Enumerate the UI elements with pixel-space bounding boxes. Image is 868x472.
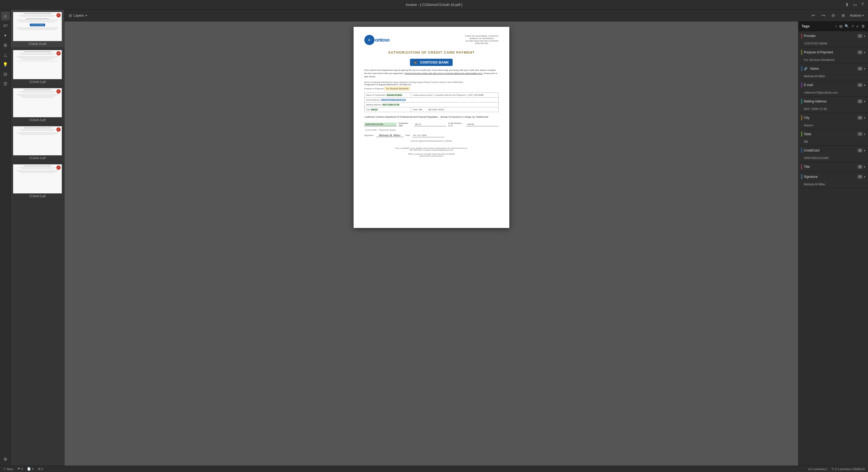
thumb-badge-1: ✓ xyxy=(56,13,61,18)
flags-count: 5 xyxy=(21,467,23,471)
cardholder-label: Name of Cardholder: xyxy=(366,94,386,96)
address-label: Mailing Address: xyxy=(366,103,382,106)
pdf-viewer[interactable]: C ontoso STATE OF CALIFORNIA: CONTOSO BU… xyxy=(64,22,798,466)
status-layers: ⊞ 5 xyxy=(38,467,43,471)
redo-button[interactable]: ↪ xyxy=(820,12,827,19)
tag-header-purpose[interactable]: Purpose of Payment 2 ▾ xyxy=(799,47,868,57)
tag-header-name[interactable]: 🔗 Name 3 ▾ xyxy=(799,64,868,73)
tag-color-provider xyxy=(801,33,802,39)
sidebar-settings-icon[interactable]: ⚙ xyxy=(1,455,10,464)
card-number-value: 345576551221008 xyxy=(364,123,397,126)
tags-search-icon[interactable]: 🔍 xyxy=(845,24,849,28)
help-icon[interactable]: ? xyxy=(861,2,864,7)
tag-chevron-title: ▾ xyxy=(864,165,865,168)
tag-header-mailing[interactable]: Mailing Address 5 ▾ xyxy=(799,97,868,106)
build-text: 2.1-preview.1-06d9c16 xyxy=(835,467,865,471)
tag-header-city[interactable]: City 6 ▾ xyxy=(799,113,868,123)
zoom-in-button[interactable]: ⊕ xyxy=(840,12,846,19)
footer-text: Form is available on our website: www.co… xyxy=(364,147,499,151)
tag-count-creditcard: 8 xyxy=(858,148,862,152)
tag-header-email[interactable]: E-mail 4 ▾ xyxy=(799,80,868,90)
bureau-line: BUREAU OF INSURANCE xyxy=(465,37,499,40)
thumb-label-5: CCAuth-5.pdf xyxy=(13,195,62,198)
layers-chevron-icon: ▾ xyxy=(86,14,87,17)
tag-color-purpose xyxy=(801,49,802,55)
main-layout: ⌂ 🏷 ✦ ⊞ △ 💡 ⊟ ☰ ⚙ CONTOSO BANK xyxy=(0,10,868,466)
tag-chevron-purpose: ▾ xyxy=(864,51,865,54)
phone-cell: Contact persons phone #, if questions wi… xyxy=(411,93,498,98)
thumbnail-panel: CONTOSO BANK ✓ CCAuth-10.pdf xyxy=(11,10,64,466)
layers-icon: ⊞ xyxy=(69,13,72,18)
state-zip-cell: State: ME Zip Code: 04103 xyxy=(411,107,498,112)
status-app-name: fblux xyxy=(7,467,13,471)
thumb-badge-5: ✓ xyxy=(56,165,61,170)
undo-button[interactable]: ↩ xyxy=(810,12,817,19)
zoom-out-button[interactable]: ⊖ xyxy=(830,12,837,19)
tag-chevron-provider: ▾ xyxy=(864,35,865,38)
tag-count-title: 9 xyxy=(858,165,862,169)
tags-add-icon[interactable]: + xyxy=(835,24,837,28)
expiration-label: Expiration date: xyxy=(399,122,412,127)
thumb-badge-4: ✓ xyxy=(56,127,61,132)
tags-panel-title: Tags xyxy=(802,24,809,28)
sidebar-light-icon[interactable]: 💡 xyxy=(1,60,10,69)
tag-header-title[interactable]: Title 9 ▾ xyxy=(799,162,868,172)
tags-filter-icon[interactable]: ▤ xyxy=(839,24,842,28)
zip-label: Zip Code: xyxy=(428,108,438,111)
tag-section-city: City 6 ▾ Auburn xyxy=(799,113,868,129)
pdf-form-table: Name of Cardholder: Melinda M Miller Con… xyxy=(364,93,499,112)
bank-logo: 🦅 CONTOSO BANK xyxy=(364,59,499,66)
signature-area: Signature: Melinda M. Miller Date 02 / 1… xyxy=(364,134,499,137)
thumbnail-item-3[interactable]: ✓ CCAuth-3.pdf xyxy=(11,86,64,124)
tags-shrink-icon[interactable]: ↙ xyxy=(856,24,859,28)
tag-header-signature[interactable]: Signature 0 ▾ xyxy=(799,172,868,181)
thumb-badge-2: ✓ xyxy=(56,51,61,56)
address-cell: Mailing Address: 5647 228th Ct SE xyxy=(364,102,498,107)
sidebar-bookmark-icon[interactable]: △ xyxy=(1,50,10,59)
thumbnail-item-4[interactable]: ✓ CCAuth-4.pdf xyxy=(11,124,64,162)
thumb-label-1: CCAuth-10.pdf xyxy=(13,42,62,45)
sidebar-list-icon[interactable]: ☰ xyxy=(1,79,10,88)
sidebar-layers-icon[interactable]: ⊞ xyxy=(1,41,10,49)
sidebar-table-icon[interactable]: ⊟ xyxy=(1,70,10,78)
city-label: City: xyxy=(366,108,371,111)
sidebar-tag-icon[interactable]: 🏷 xyxy=(1,22,10,30)
tag-count-city: 6 xyxy=(858,116,862,120)
tag-value-mailing: 5647 228th Ct SE xyxy=(799,106,868,113)
tag-color-signature xyxy=(801,174,802,179)
tags-delete-icon[interactable]: 🗑 xyxy=(861,24,865,28)
tablet-icon[interactable]: ▭ xyxy=(853,2,857,7)
top-bar-actions: ⬆ ▭ ? xyxy=(845,2,864,7)
tag-header-state[interactable]: State 7 ▾ xyxy=(799,129,868,139)
tag-section-purpose: Purpose of Payment 2 ▾ For Services Rend… xyxy=(799,47,868,64)
tag-count-email: 4 xyxy=(858,83,862,87)
sidebar-search-icon[interactable]: ✦ xyxy=(1,31,10,40)
share-icon[interactable]: ⬆ xyxy=(845,2,849,7)
thumb-label-4: CCAuth-4.pdf xyxy=(13,157,62,160)
tag-name-state: State xyxy=(804,132,856,136)
card-number-label: (Card number – Please print clearly) xyxy=(365,129,499,131)
tag-section-title: Title 9 ▾ xyxy=(799,162,868,172)
tags-expand-icon[interactable]: ↗ xyxy=(851,24,854,28)
thumbnail-item-5[interactable]: ✓ CCAuth-5.pdf xyxy=(11,162,64,200)
tag-section-signature: Signature 0 ▾ Melinda M Miller xyxy=(799,172,868,188)
cardholder-value: Melinda M Miller xyxy=(386,94,402,96)
thumbnail-img-5: ✓ xyxy=(13,164,62,194)
tag-name-email: E-mail xyxy=(804,83,856,87)
actions-toggle[interactable]: Actions ▾ xyxy=(850,13,864,18)
thumbnail-item-1[interactable]: CONTOSO BANK ✓ CCAuth-10.pdf xyxy=(11,10,64,48)
tag-header-provider[interactable]: Provider 1 ▾ xyxy=(799,31,868,41)
expiration-value: 05/ 20 xyxy=(414,123,446,126)
name-value: Progressive of Augusta 88901NE70, 89-288… xyxy=(364,83,411,86)
tag-section-mailing: Mailing Address 5 ▾ 5647 228th Ct SE xyxy=(799,97,868,113)
thumbnail-item-2[interactable]: ✓ CCAuth-2.pdf xyxy=(11,48,64,86)
tag-chevron-creditcard: ▾ xyxy=(864,149,865,152)
name-label: Name (company/individual for whom paymen… xyxy=(364,81,464,83)
tag-header-creditcard[interactable]: CreditCard 8 ▾ xyxy=(799,146,868,155)
layers-toggle[interactable]: ⊞ Layers ▾ xyxy=(69,13,87,18)
sidebar-home-icon[interactable]: ⌂ xyxy=(1,12,10,21)
phone-value: ( 207 ) 876 9008 xyxy=(468,94,484,96)
tag-color-city xyxy=(801,115,802,121)
window-title: Invoice - [ CCDemo/CCAuth-10.pdf ] xyxy=(406,3,462,7)
thumb-badge-3: ✓ xyxy=(56,89,61,94)
